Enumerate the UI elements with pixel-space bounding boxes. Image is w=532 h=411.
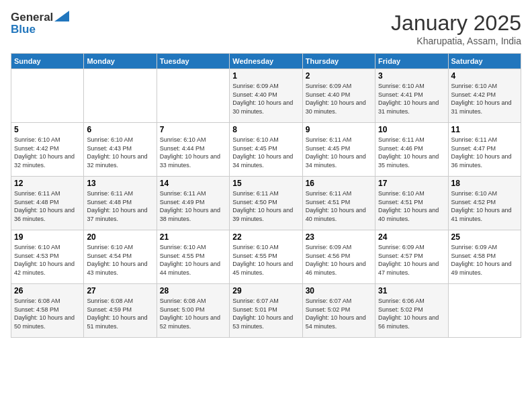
day-info: Sunrise: 6:09 AMSunset: 4:58 PMDaylight:…: [451, 243, 518, 277]
calendar-week-4: 19Sunrise: 6:10 AMSunset: 4:53 PMDayligh…: [11, 230, 521, 284]
sunset-text: Sunset: 5:00 PM: [160, 306, 205, 313]
sunset-text: Sunset: 4:56 PM: [306, 253, 351, 259]
day-info: Sunrise: 6:09 AMSunset: 4:40 PMDaylight:…: [232, 82, 299, 116]
calendar-cell: 9Sunrise: 6:11 AMSunset: 4:45 PMDaylight…: [302, 123, 375, 177]
sunset-text: Sunset: 4:58 PM: [451, 253, 496, 259]
day-number: 19: [14, 232, 81, 242]
daylight-text: Daylight: 10 hours and 49 minutes.: [451, 261, 512, 276]
sunset-text: Sunset: 4:55 PM: [232, 253, 277, 259]
day-number: 7: [160, 125, 226, 134]
daylight-text: Daylight: 10 hours and 43 minutes.: [87, 261, 147, 276]
calendar-week-1: 1Sunrise: 6:09 AMSunset: 4:40 PMDaylight…: [11, 69, 521, 123]
sunrise-text: Sunrise: 6:09 AM: [232, 83, 279, 89]
header-friday: Friday: [375, 54, 448, 69]
daylight-text: Daylight: 10 hours and 31 minutes.: [378, 99, 439, 115]
logo-general: General: [11, 11, 53, 24]
day-info: Sunrise: 6:11 AMSunset: 4:48 PMDaylight:…: [87, 189, 153, 223]
day-info: Sunrise: 6:08 AMSunset: 4:59 PMDaylight:…: [87, 297, 153, 330]
day-info: Sunrise: 6:10 AMSunset: 4:55 PMDaylight:…: [160, 243, 226, 277]
sunset-text: Sunset: 4:41 PM: [378, 91, 423, 98]
calendar-cell: 29Sunrise: 6:07 AMSunset: 5:01 PMDayligh…: [230, 284, 302, 338]
day-info: Sunrise: 6:10 AMSunset: 4:45 PMDaylight:…: [232, 136, 299, 169]
sunrise-text: Sunrise: 6:10 AM: [451, 190, 498, 197]
sunset-text: Sunset: 4:55 PM: [160, 253, 205, 259]
sunset-text: Sunset: 4:45 PM: [306, 145, 351, 152]
calendar-table: Sunday Monday Tuesday Wednesday Thursday…: [11, 53, 521, 338]
logo-icon: [54, 11, 69, 21]
day-info: Sunrise: 6:11 AMSunset: 4:49 PMDaylight:…: [160, 189, 226, 223]
daylight-text: Daylight: 10 hours and 44 minutes.: [160, 261, 220, 276]
sunset-text: Sunset: 4:51 PM: [306, 199, 351, 205]
calendar-cell: 17Sunrise: 6:10 AMSunset: 4:51 PMDayligh…: [375, 177, 448, 230]
day-number: 16: [306, 179, 372, 188]
calendar-cell: 16Sunrise: 6:11 AMSunset: 4:51 PMDayligh…: [302, 177, 375, 230]
calendar-cell: 8Sunrise: 6:10 AMSunset: 4:45 PMDaylight…: [230, 123, 302, 177]
day-info: Sunrise: 6:07 AMSunset: 5:02 PMDaylight:…: [306, 297, 372, 330]
calendar-cell: 13Sunrise: 6:11 AMSunset: 4:48 PMDayligh…: [84, 177, 157, 230]
sunrise-text: Sunrise: 6:10 AM: [378, 190, 425, 197]
sunrise-text: Sunrise: 6:10 AM: [451, 83, 498, 89]
daylight-text: Daylight: 10 hours and 35 minutes.: [378, 153, 439, 169]
header-thursday: Thursday: [302, 54, 375, 69]
header-tuesday: Tuesday: [157, 54, 229, 69]
daylight-text: Daylight: 10 hours and 31 minutes.: [451, 99, 512, 115]
calendar-cell: 25Sunrise: 6:09 AMSunset: 4:58 PMDayligh…: [448, 230, 521, 284]
sunrise-text: Sunrise: 6:11 AM: [451, 136, 498, 143]
day-info: Sunrise: 6:10 AMSunset: 4:52 PMDaylight:…: [451, 189, 518, 223]
daylight-text: Daylight: 10 hours and 39 minutes.: [232, 207, 293, 222]
header-saturday: Saturday: [448, 54, 521, 69]
header-monday: Monday: [84, 54, 157, 69]
calendar-cell: 18Sunrise: 6:10 AMSunset: 4:52 PMDayligh…: [448, 177, 521, 230]
day-number: 14: [160, 179, 226, 188]
calendar-header-row: Sunday Monday Tuesday Wednesday Thursday…: [11, 54, 521, 69]
daylight-text: Daylight: 10 hours and 37 minutes.: [87, 207, 147, 222]
sunset-text: Sunset: 4:59 PM: [87, 306, 132, 313]
header-wednesday: Wednesday: [230, 54, 302, 69]
sunrise-text: Sunrise: 6:11 AM: [306, 136, 352, 143]
calendar-cell: 23Sunrise: 6:09 AMSunset: 4:56 PMDayligh…: [302, 230, 375, 284]
sunset-text: Sunset: 4:42 PM: [451, 91, 496, 98]
sunset-text: Sunset: 5:01 PM: [232, 306, 277, 313]
daylight-text: Daylight: 10 hours and 51 minutes.: [87, 314, 147, 330]
day-number: 23: [306, 232, 372, 242]
sunset-text: Sunset: 4:57 PM: [378, 253, 423, 259]
day-info: Sunrise: 6:10 AMSunset: 4:42 PMDaylight:…: [451, 82, 518, 116]
title-block: January 2025 Kharupatia, Assam, India: [391, 11, 521, 46]
daylight-text: Daylight: 10 hours and 42 minutes.: [14, 261, 75, 276]
daylight-text: Daylight: 10 hours and 32 minutes.: [87, 153, 147, 169]
day-info: Sunrise: 6:09 AMSunset: 4:57 PMDaylight:…: [378, 243, 445, 277]
daylight-text: Daylight: 10 hours and 30 minutes.: [232, 99, 293, 115]
sunrise-text: Sunrise: 6:10 AM: [378, 83, 425, 89]
day-info: Sunrise: 6:10 AMSunset: 4:53 PMDaylight:…: [14, 243, 81, 277]
day-number: 3: [378, 71, 445, 81]
day-number: 4: [451, 71, 518, 81]
sunrise-text: Sunrise: 6:11 AM: [14, 190, 60, 197]
calendar-cell: 1Sunrise: 6:09 AMSunset: 4:40 PMDaylight…: [230, 69, 302, 123]
calendar-cell: 10Sunrise: 6:11 AMSunset: 4:46 PMDayligh…: [375, 123, 448, 177]
sunrise-text: Sunrise: 6:10 AM: [14, 244, 60, 250]
sunset-text: Sunset: 4:42 PM: [14, 145, 59, 152]
sunrise-text: Sunrise: 6:10 AM: [14, 136, 60, 143]
sunrise-text: Sunrise: 6:10 AM: [232, 136, 279, 143]
daylight-text: Daylight: 10 hours and 36 minutes.: [451, 153, 512, 169]
calendar-cell: 3Sunrise: 6:10 AMSunset: 4:41 PMDaylight…: [375, 69, 448, 123]
sunrise-text: Sunrise: 6:06 AM: [378, 298, 425, 304]
sunset-text: Sunset: 4:44 PM: [160, 145, 205, 152]
day-number: 13: [87, 179, 153, 188]
day-info: Sunrise: 6:10 AMSunset: 4:42 PMDaylight:…: [14, 136, 81, 169]
day-info: Sunrise: 6:10 AMSunset: 4:43 PMDaylight:…: [87, 136, 153, 169]
calendar-cell: [84, 69, 157, 123]
sunrise-text: Sunrise: 6:10 AM: [160, 244, 206, 250]
sunset-text: Sunset: 4:50 PM: [232, 199, 277, 205]
daylight-text: Daylight: 10 hours and 36 minutes.: [14, 207, 75, 222]
sunrise-text: Sunrise: 6:11 AM: [160, 190, 206, 197]
sunrise-text: Sunrise: 6:09 AM: [451, 244, 498, 250]
day-number: 29: [232, 286, 299, 295]
sunset-text: Sunset: 5:02 PM: [378, 306, 423, 313]
calendar-cell: 4Sunrise: 6:10 AMSunset: 4:42 PMDaylight…: [448, 69, 521, 123]
sunset-text: Sunset: 4:47 PM: [451, 145, 496, 152]
day-number: 28: [160, 286, 226, 295]
sunset-text: Sunset: 4:51 PM: [378, 199, 423, 205]
calendar-cell: [448, 284, 521, 338]
day-number: 6: [87, 125, 153, 134]
